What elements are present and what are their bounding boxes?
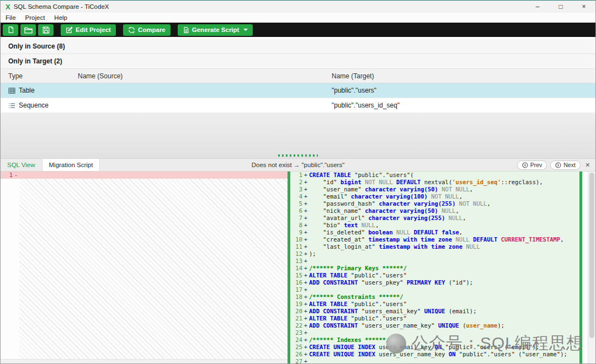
edit-project-label: Edit Project [76,26,111,33]
compare-button[interactable]: Compare [123,24,171,36]
table-row[interactable]: Table "public"."users" [1,83,595,98]
new-project-button[interactable] [3,24,18,36]
tab-migration-script[interactable]: Migration Script [42,159,100,171]
vertical-scrollbar[interactable] [588,172,595,363]
name-target-cell: "public"."users_id_seq" [324,101,595,109]
grid-header: Type Name (Source) Name (Target) [1,69,595,83]
compare-label: Compare [138,26,166,33]
code-line: 8+ "bio" text NULL, [290,222,579,229]
code-line: 22+ADD CONSTRAINT "users_user_name_key" … [290,322,579,329]
menu-project[interactable]: Project [25,14,45,21]
table-icon [8,88,15,94]
table-row[interactable]: Sequence "public"."users_id_seq" [1,98,595,113]
minimize-button[interactable]: – [526,1,549,13]
name-target-cell: "public"."users" [324,87,595,94]
next-label: Next [563,162,576,168]
code-line: 27+ [290,358,579,363]
app-window: X SQL Schema Compare - TiCodeX – □ × Fil… [0,0,596,364]
app-logo-icon: X [6,3,10,11]
edit-project-button[interactable]: Edit Project [61,24,116,36]
generate-script-button[interactable]: Generate Script [178,24,253,36]
open-folder-icon [24,26,33,34]
code-line: 16+ADD CONSTRAINT "users_pkey" PRIMARY K… [290,279,579,286]
tab-migration-script-label: Migration Script [49,162,93,168]
code-line: 6+ "nick_name" character varying(50) NUL… [290,207,579,215]
close-button[interactable]: × [572,1,595,13]
diff-left-pane[interactable]: 1- [1,172,288,363]
code-line: 17+ [290,286,579,293]
code-line: 21+ALTER TABLE "public"."users" [290,315,579,322]
code-line: 14+/****** Primary Keys ******/ [290,265,579,272]
code-line: 5+ "password_hash" character varying(255… [290,200,579,207]
code-line: 9+ "is_deleted" boolean NULL DEFAULT fal… [290,229,579,236]
compare-refresh-icon [128,26,135,34]
code-line: 11+ "last_login_at" timestamp with time … [290,243,579,250]
menubar: File Project Help [1,13,595,23]
menu-help[interactable]: Help [54,14,67,21]
prev-circle-arrow-icon [522,162,528,168]
scrollbar-thumb[interactable] [589,173,594,338]
window-title: SQL Schema Compare - TiCodeX [14,3,109,10]
edit-pencil-icon [66,26,73,34]
left-empty-hatch [19,179,288,359]
prev-label: Prev [530,162,542,168]
diff-left-lines: 1- [1,172,288,179]
watermark-logo-icon [386,334,406,354]
maximize-button[interactable]: □ [549,1,572,13]
menu-file[interactable]: File [6,14,16,21]
code-line: 12+); [290,250,579,258]
code-line: 1+CREATE TABLE "public"."users"( [290,172,579,179]
diff-close-icon[interactable]: × [584,160,592,169]
section-only-in-source[interactable]: Only in Source (8) [1,39,595,54]
row-type-label: Table [19,87,35,94]
diff-tabbar: SQL View Migration Script Does not exist… [1,158,595,172]
code-line: 7+ "avatar_url" character varying(255) N… [290,215,579,222]
code-line: 15+ALTER TABLE "public"."users" [290,272,579,279]
column-name-target: Name (Target) [324,72,595,80]
code-line: 20+ADD CONSTRAINT "users_email_key" UNIQ… [290,308,579,315]
column-type: Type [1,72,70,80]
script-file-icon [183,26,189,34]
code-line: 18+/****** Constraints ******/ [290,293,579,301]
left-horizontal-scrollbar[interactable] [1,359,288,363]
section-only-in-target[interactable]: Only in Target (2) [1,54,595,69]
panel-spacer [1,113,595,158]
column-name-source: Name (Source) [70,72,324,80]
open-project-button[interactable] [20,24,36,36]
section-only-in-target-label: Only in Target (2) [8,57,62,65]
chevron-down-icon [243,29,248,31]
type-cell: Sequence [1,101,70,109]
code-line: 10+ "created_at" timestamp with time zon… [290,236,579,243]
save-project-button[interactable] [38,24,54,36]
code-line: 19+ALTER TABLE "public"."users" [290,301,579,308]
prev-button[interactable]: Prev [517,160,547,170]
titlebar: X SQL Schema Compare - TiCodeX – □ × [1,1,595,13]
diff-actions: Prev Next × [517,159,595,171]
new-file-icon [7,26,14,34]
next-circle-arrow-icon [555,162,561,168]
sequence-icon [8,103,15,109]
code-line: 13+ [290,258,579,265]
save-icon [42,26,50,34]
code-line: 1- [1,172,288,179]
toolbar: Edit Project Compare Generate Script [1,23,595,37]
code-line: 4+ "email" character varying(100) NOT NU… [290,193,579,200]
splitter-handle[interactable] [278,154,318,157]
tab-sql-view[interactable]: SQL View [1,159,42,171]
next-button[interactable]: Next [550,160,581,170]
window-controls: – □ × [526,1,595,13]
row-type-label: Sequence [19,101,49,109]
code-line: 3+ "user_name" character varying(50) NOT… [290,186,579,193]
tab-sql-view-label: SQL View [7,162,35,168]
watermark-text: 公众号：SQL编程思想 [412,332,583,355]
watermark: 公众号：SQL编程思想 [386,332,583,355]
section-only-in-source-label: Only in Source (8) [8,42,65,50]
type-cell: Table [1,87,70,94]
generate-script-label: Generate Script [192,26,240,33]
code-line: 2+ "id" bigint NOT NULL DEFAULT nextval(… [290,179,579,186]
